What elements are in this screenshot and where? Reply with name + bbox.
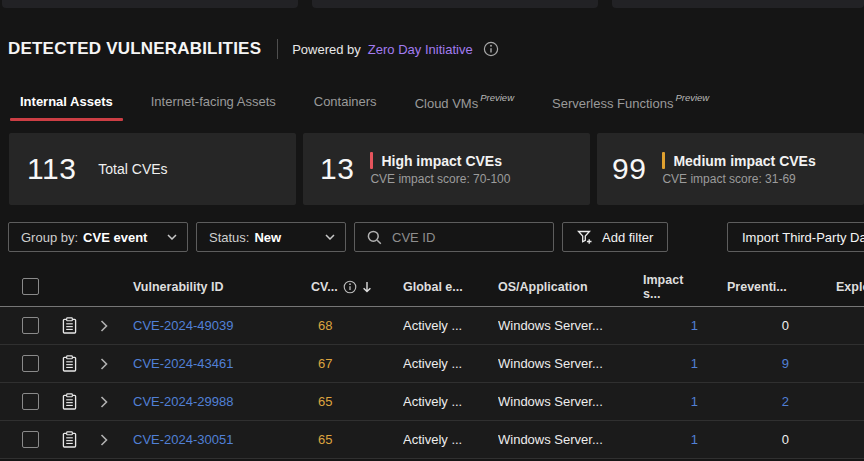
col-impact-scope[interactable]: Impact s... — [643, 273, 700, 301]
divider — [277, 39, 278, 59]
os-application-cell: Windows Server... — [498, 394, 643, 409]
preview-badge: Preview — [675, 92, 709, 103]
tab-internet-facing-assets[interactable]: Internet-facing Assets — [139, 88, 288, 121]
medium-impact-sublabel: CVE impact score: 31-69 — [662, 172, 815, 186]
info-icon[interactable] — [483, 41, 499, 57]
sort-descending-icon[interactable] — [362, 281, 372, 293]
global-exploit-cell: Actively ... — [403, 318, 491, 333]
impact-scope-link[interactable]: 1 — [643, 318, 700, 333]
table-row[interactable]: CVE-2024-29988 65 Actively ... Windows S… — [0, 383, 864, 421]
table-row[interactable]: CVE-2024-30051 65 Actively ... Windows S… — [0, 421, 864, 459]
global-exploit-cell: Actively ... — [403, 394, 491, 409]
table-row[interactable]: CVE-2024-43461 67 Actively ... Windows S… — [0, 345, 864, 383]
top-cards-edge — [0, 0, 864, 8]
detected-vulnerabilities-panel: DETECTED VULNERABILITIES Powered by Zero… — [0, 0, 864, 461]
prevention-link[interactable]: 2 — [727, 394, 792, 409]
vulnerabilities-table: Vulnerability ID CV... Global e... OS/Ap… — [0, 267, 864, 459]
prevention-link[interactable]: 9 — [727, 356, 792, 371]
row-checkbox[interactable] — [22, 393, 39, 410]
high-impact-value: 13 — [320, 152, 354, 186]
expand-chevron-icon[interactable] — [100, 358, 114, 370]
import-third-party-button[interactable]: Import Third-Party Data — [727, 222, 864, 252]
prevention-cell: 0 — [727, 432, 792, 447]
report-icon[interactable] — [62, 431, 78, 448]
asset-tabs: Internal Assets Internet-facing Assets C… — [8, 88, 721, 121]
impact-scope-link[interactable]: 1 — [643, 432, 700, 447]
col-exploit[interactable]: Explo... — [836, 280, 864, 294]
medium-impact-bar — [662, 152, 665, 169]
total-cves-card: 113 Total CVEs — [9, 133, 296, 205]
cve-score-value: 65 — [311, 432, 375, 447]
vulnerability-id-link[interactable]: CVE-2024-49039 — [133, 318, 293, 333]
card-edge — [2, 0, 298, 8]
zero-day-initiative-link[interactable]: Zero Day Initiative — [368, 42, 473, 57]
search-icon — [367, 230, 382, 245]
filter-plus-icon — [577, 230, 593, 245]
add-filter-button[interactable]: Add filter — [562, 222, 668, 252]
preview-badge: Preview — [480, 92, 514, 103]
expand-chevron-icon[interactable] — [100, 396, 114, 408]
report-icon[interactable] — [62, 393, 78, 410]
search-input[interactable] — [392, 230, 542, 245]
cve-score-value: 65 — [311, 394, 375, 409]
impact-scope-link[interactable]: 1 — [643, 394, 700, 409]
col-vulnerability-id[interactable]: Vulnerability ID — [133, 280, 293, 294]
row-checkbox[interactable] — [22, 317, 39, 334]
filter-bar: Group by: CVE event Status: New Add filt… — [8, 222, 668, 252]
page-title: DETECTED VULNERABILITIES — [8, 39, 261, 59]
cve-score-value: 67 — [311, 356, 375, 371]
powered-by-label: Powered by — [292, 42, 361, 57]
tab-cloud-vms[interactable]: Cloud VMsPreview — [403, 88, 526, 121]
high-impact-label: High impact CVEs — [381, 153, 502, 169]
prevention-cell: 0 — [727, 318, 792, 333]
cve-id-search[interactable] — [354, 222, 554, 252]
tab-internal-assets[interactable]: Internal Assets — [8, 88, 125, 121]
cve-score-value: 68 — [311, 318, 375, 333]
vulnerability-id-link[interactable]: CVE-2024-30051 — [133, 432, 293, 447]
panel-header: DETECTED VULNERABILITIES Powered by Zero… — [8, 39, 499, 59]
os-application-cell: Windows Server... — [498, 356, 643, 371]
total-cves-label: Total CVEs — [98, 161, 167, 177]
group-by-dropdown[interactable]: Group by: CVE event — [8, 222, 188, 252]
high-impact-cves-card: 13 High impact CVEs CVE impact score: 70… — [303, 133, 590, 205]
cve-summary-cards: 113 Total CVEs 13 High impact CVEs CVE i… — [0, 133, 864, 205]
medium-impact-label: Medium impact CVEs — [673, 153, 815, 169]
status-dropdown[interactable]: Status: New — [196, 222, 346, 252]
global-exploit-cell: Actively ... — [403, 432, 491, 447]
expand-chevron-icon[interactable] — [100, 434, 114, 446]
chevron-down-icon — [167, 234, 177, 240]
expand-chevron-icon[interactable] — [100, 320, 114, 332]
table-row[interactable]: CVE-2024-49039 68 Actively ... Windows S… — [0, 307, 864, 345]
row-checkbox[interactable] — [22, 355, 39, 372]
medium-impact-value: 99 — [612, 152, 646, 186]
medium-impact-cves-card: 99 Medium impact CVEs CVE impact score: … — [597, 133, 864, 205]
os-application-cell: Windows Server... — [498, 318, 643, 333]
info-icon[interactable] — [343, 280, 357, 294]
row-checkbox[interactable] — [22, 431, 39, 448]
high-impact-bar — [370, 152, 373, 169]
report-icon[interactable] — [62, 317, 78, 334]
card-edge — [612, 0, 864, 8]
table-header-row: Vulnerability ID CV... Global e... OS/Ap… — [0, 267, 864, 307]
col-global-exploit[interactable]: Global e... — [403, 280, 491, 294]
total-cves-value: 113 — [27, 152, 76, 186]
high-impact-sublabel: CVE impact score: 70-100 — [370, 172, 510, 186]
vulnerability-id-link[interactable]: CVE-2024-29988 — [133, 394, 293, 409]
select-all-checkbox[interactable] — [22, 278, 39, 295]
tab-serverless-functions[interactable]: Serverless FunctionsPreview — [540, 88, 721, 121]
tab-containers[interactable]: Containers — [302, 88, 389, 121]
col-cve-score[interactable]: CV... — [311, 280, 375, 294]
col-prevention[interactable]: Preventi... — [727, 280, 792, 294]
global-exploit-cell: Actively ... — [403, 356, 491, 371]
chevron-down-icon — [325, 234, 335, 240]
impact-scope-link[interactable]: 1 — [643, 356, 700, 371]
os-application-cell: Windows Server... — [498, 432, 643, 447]
report-icon[interactable] — [62, 355, 78, 372]
col-os-application[interactable]: OS/Application — [498, 280, 643, 294]
card-edge — [312, 0, 598, 8]
vulnerability-id-link[interactable]: CVE-2024-43461 — [133, 356, 293, 371]
